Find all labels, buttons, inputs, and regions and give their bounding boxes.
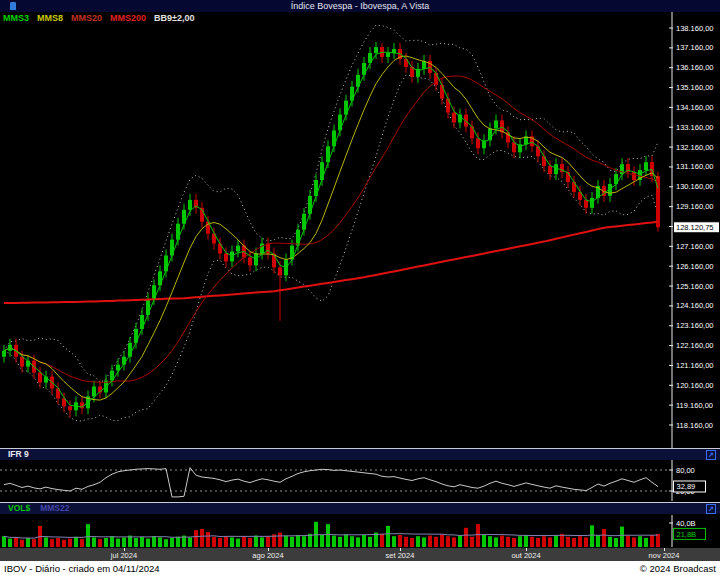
ifr-panel-header: IFR 9 ↗: [0, 448, 720, 460]
volume-bar: [92, 537, 96, 547]
candle: [488, 122, 492, 146]
volume-bar: [656, 534, 660, 547]
volume-bar: [110, 536, 114, 547]
volume-bar: [146, 539, 150, 547]
volume-bar: [134, 538, 138, 547]
candle: [644, 156, 648, 176]
volume-bar: [2, 536, 6, 547]
candle: [536, 140, 540, 162]
axis-tick-label: 137.160,00: [676, 43, 714, 52]
volume-bar: [14, 537, 18, 547]
volume-bar: [470, 537, 474, 547]
axis-tick-label: 21,8B: [677, 530, 697, 539]
x-axis-label: jul 2024: [111, 551, 137, 560]
volume-bar: [248, 538, 252, 547]
expand-icon[interactable]: ↗: [706, 450, 716, 460]
axis-tick-label: 126.160,00: [676, 262, 714, 271]
volume-bar: [644, 538, 648, 547]
volume-bar: [164, 539, 168, 547]
volume-bar: [500, 536, 504, 547]
title-bar: Índice Bovespa - Ibovespa, A Vista: [0, 0, 720, 12]
volume-bar: [98, 539, 102, 547]
volume-bar: [524, 535, 528, 547]
volume-bar: [116, 539, 120, 547]
volume-bar: [344, 534, 348, 547]
volume-bar: [386, 526, 390, 547]
volume-bar: [224, 536, 228, 547]
axis-tick-label: 119.160,00: [676, 401, 713, 410]
volume-bar: [290, 537, 294, 547]
volume-bar: [626, 536, 630, 547]
candle: [344, 95, 348, 121]
candle: [434, 67, 438, 91]
volume-bar: [464, 528, 468, 547]
volume-bar: [632, 537, 636, 547]
volume-bar: [650, 535, 654, 547]
candle: [386, 47, 390, 63]
candle: [320, 156, 324, 186]
expand-icon[interactable]: ↗: [706, 504, 716, 514]
volume-bar: [20, 540, 24, 547]
volume-bar: [392, 536, 396, 547]
candle: [458, 109, 462, 129]
candle: [230, 246, 234, 268]
candle: [122, 351, 126, 371]
volume-bar: [302, 536, 306, 547]
volume-bar: [584, 537, 588, 547]
legend-mms20: MMS20: [71, 13, 102, 23]
candle: [176, 218, 180, 246]
volume-bar: [416, 536, 420, 547]
axis-tick-label: 32,89: [677, 482, 696, 491]
axis-tick-label: 127.160,00: [676, 242, 714, 251]
ifr-value-tag: 32,89: [674, 481, 706, 492]
volume-bar: [212, 537, 216, 547]
mms200-line: [4, 222, 658, 303]
candle: [410, 61, 414, 83]
volume-bar: [428, 536, 432, 547]
volume-bar: [398, 535, 402, 547]
candle: [356, 69, 360, 93]
volume-bar: [320, 535, 324, 547]
volume-bar: [326, 524, 330, 547]
volume-bar: [338, 537, 342, 547]
volume-bar: [566, 537, 570, 547]
axis-tick-label: 122.160,00: [676, 341, 714, 350]
x-axis-label: set 2024: [386, 551, 415, 560]
axis-tick-label: 128.120,75: [676, 223, 714, 232]
volume-bar: [422, 537, 426, 547]
candle: [596, 180, 600, 204]
axis-tick-label: 121.160,00: [676, 361, 714, 370]
candle: [566, 166, 570, 188]
volume-bar: [554, 536, 558, 547]
candle: [482, 134, 486, 154]
volume-bar: [188, 537, 192, 547]
volume-bar: [356, 537, 360, 547]
axis-tick-label: 136.160,00: [676, 63, 714, 72]
volume-bar: [350, 536, 354, 547]
ifr-panel-label: IFR 9: [8, 449, 29, 459]
chart-canvas[interactable]: 138.160,00137.160,00136.160,00135.160,00…: [0, 0, 720, 575]
volume-bar: [86, 524, 90, 547]
chart-title: Índice Bovespa - Ibovespa, A Vista: [0, 1, 720, 11]
volume-bar: [68, 539, 72, 547]
candle: [470, 121, 474, 145]
candle: [260, 238, 264, 260]
volume-bar: [410, 538, 414, 547]
x-axis-label: ago 2024: [252, 551, 283, 560]
candle: [626, 158, 630, 178]
volume-bar: [158, 537, 162, 547]
axis-tick-label: 132.160,00: [676, 143, 714, 152]
status-bar: IBOV - Diário - criado em 04/11/2024 © 2…: [0, 561, 720, 575]
axis-tick-label: 40,0B: [676, 519, 696, 528]
volume-bar: [152, 536, 156, 547]
volume-bar: [206, 532, 210, 547]
volume-panel-label: VOL$: [8, 503, 30, 513]
volume-bar: [362, 535, 366, 547]
candle: [392, 43, 396, 59]
candle: [428, 55, 432, 79]
volume-bar: [608, 537, 612, 547]
mms8-line: [4, 56, 658, 400]
volume-bar: [440, 534, 444, 547]
candle: [170, 234, 174, 262]
volume-bar: [590, 525, 594, 547]
